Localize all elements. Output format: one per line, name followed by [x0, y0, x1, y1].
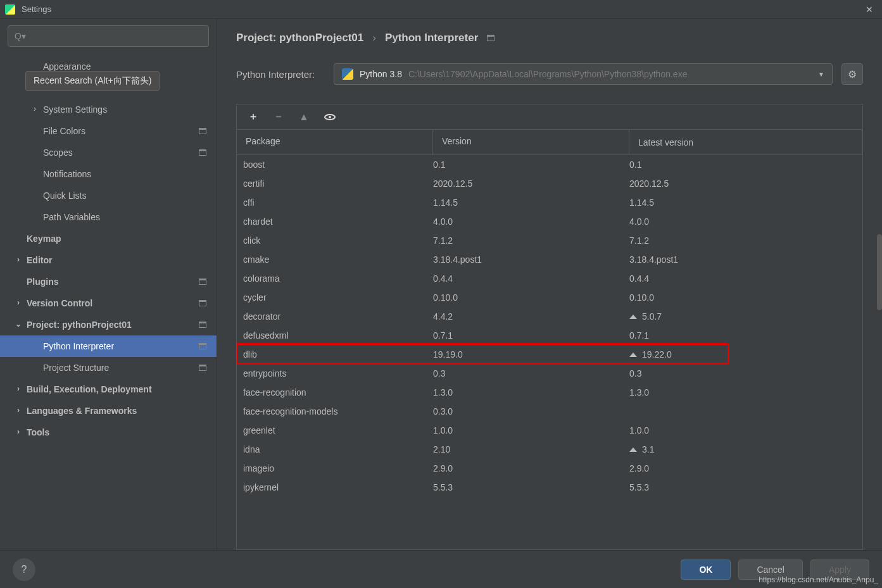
pkg-name: imageio — [237, 463, 433, 473]
pkg-version: 2020.12.5 — [433, 178, 629, 189]
add-package-button[interactable]: ＋ — [248, 110, 258, 123]
pkg-latest: 2.9.0 — [629, 463, 862, 473]
chevron-icon: ⌄ — [14, 320, 23, 328]
sidebar-item-label: Scopes — [43, 147, 73, 158]
window-icon — [199, 322, 206, 328]
table-row[interactable]: defusedxml0.7.10.7.1 — [237, 326, 862, 345]
sidebar-item[interactable]: Project Structure — [0, 357, 217, 378]
upgrade-arrow-icon — [629, 315, 637, 319]
cancel-button[interactable]: Cancel — [738, 560, 803, 580]
pkg-version: 1.3.0 — [433, 387, 629, 397]
interpreter-dropdown[interactable]: Python 3.8 C:\Users\17902\AppData\Local\… — [334, 63, 833, 85]
sidebar-item[interactable]: File Colors — [0, 120, 217, 142]
table-row[interactable]: imageio2.9.02.9.0 — [237, 459, 862, 478]
close-icon[interactable]: ✕ — [863, 3, 876, 16]
table-row[interactable]: ipykernel5.5.35.5.3 — [237, 478, 862, 497]
pkg-name: greenlet — [237, 425, 433, 435]
table-row[interactable]: cmake3.18.4.post13.18.4.post1 — [237, 250, 862, 269]
pkg-latest: 0.3 — [629, 368, 862, 378]
pkg-name: entrypoints — [237, 368, 433, 378]
help-button[interactable]: ? — [13, 558, 35, 581]
sidebar-item[interactable]: Keymap — [0, 228, 217, 249]
table-row[interactable]: face-recognition1.3.01.3.0 — [237, 383, 862, 402]
window-icon — [199, 365, 206, 371]
gear-button[interactable]: ⚙ — [841, 63, 863, 85]
chevron-icon: › — [14, 298, 23, 307]
pkg-latest: 0.10.0 — [629, 292, 862, 303]
table-row[interactable]: dlib19.19.019.22.0 — [237, 345, 862, 364]
sidebar-item[interactable]: Scopes — [0, 142, 217, 163]
sidebar-item-label: Keymap — [27, 234, 61, 244]
chevron-right-icon: › — [372, 32, 376, 44]
show-early-releases-button[interactable] — [324, 114, 336, 120]
col-header-version[interactable]: Version — [433, 130, 629, 154]
sidebar-item-label: Python Interpreter — [43, 341, 114, 351]
chevron-icon: › — [14, 384, 23, 393]
sidebar-item[interactable]: ›System Settings — [0, 99, 217, 120]
sidebar-item[interactable]: Python Interpreter — [0, 335, 217, 357]
pkg-latest: 5.0.7 — [629, 311, 862, 322]
search-input[interactable]: Q▾ — [8, 25, 209, 47]
table-row[interactable]: chardet4.0.04.0.0 — [237, 212, 862, 231]
breadcrumb-project: Project: pythonProject01 — [236, 32, 363, 44]
interpreter-row: Python Interpreter: Python 3.8 C:\Users\… — [236, 63, 863, 85]
sidebar-item[interactable]: ⌄Project: pythonProject01 — [0, 314, 217, 335]
table-row[interactable]: click7.1.27.1.2 — [237, 231, 862, 250]
pkg-latest: 1.14.5 — [629, 197, 862, 208]
package-table-body[interactable]: boost0.10.1certifi2020.12.52020.12.5cffi… — [237, 155, 862, 549]
pkg-name: cmake — [237, 254, 433, 265]
table-row[interactable]: boost0.10.1 — [237, 155, 862, 174]
table-row[interactable]: certifi2020.12.52020.12.5 — [237, 174, 862, 193]
col-header-latest[interactable]: Latest version — [629, 130, 862, 154]
remove-package-button[interactable]: － — [274, 110, 284, 123]
table-row[interactable]: cffi1.14.51.14.5 — [237, 193, 862, 212]
pkg-version: 0.3 — [433, 368, 629, 378]
pkg-name: boost — [237, 160, 433, 170]
sidebar-item[interactable]: Path Variables — [0, 206, 217, 228]
python-icon — [342, 68, 353, 80]
sidebar-item[interactable]: ›Editor — [0, 249, 217, 271]
sidebar-item-label: Quick Lists — [43, 191, 86, 201]
sidebar-item[interactable]: Notifications — [0, 163, 217, 185]
sidebar-item[interactable]: Quick Lists — [0, 185, 217, 206]
pkg-latest: 19.22.0 — [629, 349, 862, 360]
pkg-latest: 7.1.2 — [629, 235, 862, 246]
chevron-icon: › — [14, 255, 23, 264]
sidebar-item[interactable]: ›Build, Execution, Deployment — [0, 378, 217, 400]
table-row[interactable]: idna2.103.1 — [237, 440, 862, 459]
pkg-name: face-recognition-models — [237, 406, 433, 416]
sidebar-item-label: Tools — [27, 427, 49, 437]
sidebar-item-label: System Settings — [43, 104, 107, 115]
ok-button[interactable]: OK — [681, 560, 731, 580]
table-row[interactable]: decorator4.4.25.0.7 — [237, 307, 862, 326]
scrollbar[interactable] — [877, 234, 882, 310]
table-row[interactable]: entrypoints0.30.3 — [237, 364, 862, 383]
pkg-version: 0.3.0 — [433, 406, 629, 416]
gear-icon: ⚙ — [848, 68, 857, 80]
table-row[interactable]: face-recognition-models0.3.0 — [237, 402, 862, 421]
interpreter-label: Python Interpreter: — [236, 69, 325, 80]
pkg-version: 4.0.0 — [433, 216, 629, 227]
sidebar-item-label: Project: pythonProject01 — [27, 320, 132, 330]
col-header-package[interactable]: Package — [237, 130, 433, 154]
pkg-version: 7.1.2 — [433, 235, 629, 246]
table-row[interactable]: greenlet1.0.01.0.0 — [237, 421, 862, 440]
sidebar-item-label: Build, Execution, Deployment — [27, 384, 152, 394]
sidebar: Q▾ AppearanceMenus and Toolbars›System S… — [0, 19, 217, 550]
sidebar-item[interactable]: ›Tools — [0, 422, 217, 443]
table-row[interactable]: colorama0.4.40.4.4 — [237, 269, 862, 288]
sidebar-item[interactable]: ›Languages & Frameworks — [0, 400, 217, 422]
pkg-latest: 3.1 — [629, 444, 862, 454]
chevron-icon: › — [30, 104, 39, 113]
upgrade-arrow-icon — [629, 353, 637, 357]
apply-button[interactable]: Apply — [810, 560, 869, 580]
upgrade-package-button[interactable]: ▲ — [299, 111, 309, 123]
upgrade-arrow-icon — [629, 447, 637, 452]
sidebar-item[interactable]: Plugins — [0, 271, 217, 292]
pkg-version: 2.10 — [433, 444, 629, 454]
sidebar-item[interactable]: ›Version Control — [0, 292, 217, 314]
chevron-icon: › — [14, 406, 23, 415]
table-row[interactable]: cycler0.10.00.10.0 — [237, 288, 862, 307]
chevron-down-icon: ▼ — [818, 71, 824, 78]
window-title: Settings — [22, 4, 51, 14]
